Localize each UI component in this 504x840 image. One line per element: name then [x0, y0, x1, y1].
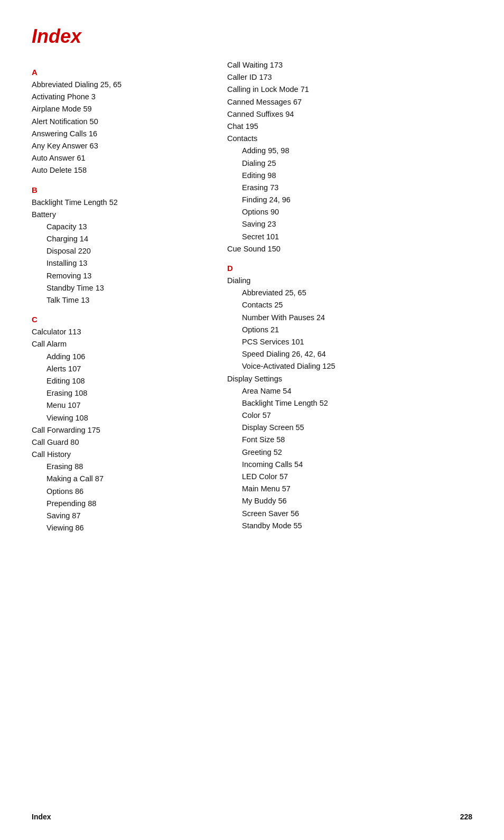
index-entry: Talk Time 13	[32, 294, 227, 306]
left-column: AAbbreviated Dialing 25, 65Activating Ph…	[32, 59, 227, 534]
index-entry: Viewing 86	[32, 522, 227, 534]
index-entry: Contacts	[227, 133, 472, 145]
index-entry: Standby Time 13	[32, 282, 227, 294]
index-entry: PCS Services 101	[227, 336, 472, 348]
index-entry: Options 86	[32, 486, 227, 498]
index-entry: Answering Calls 16	[32, 128, 227, 140]
section-letter-d: D	[227, 264, 472, 273]
index-entry: Calling in Lock Mode 71	[227, 83, 472, 96]
index-entry: Making a Call 87	[32, 473, 227, 485]
index-entry: Dialing 25	[227, 157, 472, 170]
index-entry: Contacts 25	[227, 299, 472, 311]
index-entry: Prepending 88	[32, 498, 227, 510]
index-entry: Area Name 54	[227, 385, 472, 397]
index-entry: Call Alarm	[32, 338, 227, 350]
index-entry: Airplane Mode 59	[32, 103, 227, 115]
index-entry: Finding 24, 96	[227, 194, 472, 206]
index-entry: Incoming Calls 54	[227, 459, 472, 471]
index-entry: Saving 23	[227, 218, 472, 230]
index-entry: Editing 98	[227, 170, 472, 182]
index-entry: Editing 108	[32, 375, 227, 387]
columns: AAbbreviated Dialing 25, 65Activating Ph…	[32, 59, 472, 534]
index-entry: Canned Messages 67	[227, 96, 472, 108]
index-entry: Charging 14	[32, 233, 227, 245]
index-entry: Display Settings	[227, 373, 472, 385]
index-entry: Canned Suffixes 94	[227, 108, 472, 120]
index-entry: My Buddy 56	[227, 495, 472, 507]
index-entry: Backlight Time Length 52	[227, 397, 472, 409]
index-entry: Battery	[32, 209, 227, 221]
index-entry: Erasing 108	[32, 387, 227, 399]
footer: Index 228	[32, 813, 472, 821]
index-entry: Calculator 113	[32, 326, 227, 338]
index-entry: Alert Notification 50	[32, 116, 227, 128]
index-entry: Abbreviated Dialing 25, 65	[32, 79, 227, 91]
index-entry: Activating Phone 3	[32, 91, 227, 103]
index-entry: Installing 13	[32, 257, 227, 269]
index-entry: Menu 107	[32, 399, 227, 412]
section-letter-c: C	[32, 315, 227, 324]
index-entry: Auto Answer 61	[32, 152, 227, 164]
index-entry: Number With Pauses 24	[227, 312, 472, 324]
index-entry: Standby Mode 55	[227, 520, 472, 532]
index-entry: Greeting 52	[227, 446, 472, 459]
index-entry: Disposal 220	[32, 245, 227, 257]
footer-left: Index	[32, 813, 51, 821]
index-entry: Call History	[32, 449, 227, 461]
index-entry: Capacity 13	[32, 221, 227, 233]
index-entry: Auto Delete 158	[32, 164, 227, 176]
index-entry: Options 21	[227, 324, 472, 336]
index-entry: Erasing 73	[227, 182, 472, 194]
index-entry: Call Forwarding 175	[32, 424, 227, 436]
index-entry: Alerts 107	[32, 363, 227, 375]
index-entry: Cue Sound 150	[227, 243, 472, 255]
index-entry: Screen Saver 56	[227, 508, 472, 520]
index-entry: Call Waiting 173	[227, 59, 472, 71]
index-entry: Speed Dialing 26, 42, 64	[227, 348, 472, 360]
index-entry: Voice-Activated Dialing 125	[227, 360, 472, 372]
index-entry: Backlight Time Length 52	[32, 197, 227, 209]
index-entry: Chat 195	[227, 120, 472, 133]
index-entry: Saving 87	[32, 510, 227, 522]
index-entry: Any Key Answer 63	[32, 140, 227, 152]
index-entry: Adding 106	[32, 351, 227, 363]
right-column: Call Waiting 173Caller ID 173Calling in …	[227, 59, 472, 534]
section-letter-a: A	[32, 68, 227, 77]
index-entry: Color 57	[227, 409, 472, 422]
index-entry: Display Screen 55	[227, 422, 472, 434]
index-entry: Caller ID 173	[227, 71, 472, 83]
index-entry: Options 90	[227, 206, 472, 218]
index-entry: Font Size 58	[227, 434, 472, 446]
footer-right: 228	[460, 813, 472, 821]
index-entry: Abbreviated 25, 65	[227, 287, 472, 299]
section-letter-b: B	[32, 185, 227, 194]
index-entry: Viewing 108	[32, 412, 227, 424]
index-entry: Main Menu 57	[227, 483, 472, 495]
index-entry: Secret 101	[227, 231, 472, 243]
index-entry: Call Guard 80	[32, 436, 227, 449]
index-entry: Adding 95, 98	[227, 145, 472, 157]
index-entry: Dialing	[227, 275, 472, 287]
index-entry: LED Color 57	[227, 471, 472, 483]
index-entry: Erasing 88	[32, 461, 227, 473]
page: Index AAbbreviated Dialing 25, 65Activat…	[0, 0, 504, 840]
page-title: Index	[32, 25, 472, 48]
index-entry: Removing 13	[32, 270, 227, 282]
